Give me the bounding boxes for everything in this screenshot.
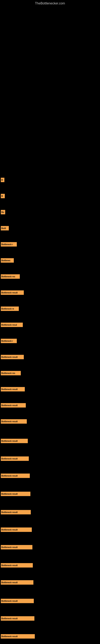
bar-label-4: Bottl (1, 227, 6, 230)
bar-row-8: Bottleneck result (1, 290, 24, 296)
bar-row-7: Bottleneck res (1, 274, 20, 279)
chart-area (0, 6, 100, 179)
bar-row-11: Bottleneck r (1, 338, 17, 344)
bar-row-26: Bottleneck result (1, 598, 34, 604)
bar-fill-12: Bottleneck result (1, 355, 24, 359)
bar-row-1: B (1, 177, 4, 183)
bar-label-26: Bottleneck result (1, 600, 18, 602)
bar-label-12: Bottleneck result (1, 356, 18, 358)
bar-fill-6: Bottlenec (1, 258, 14, 263)
site-title: TheBottlenecker.com (0, 0, 100, 6)
bar-label-18: Bottleneck result (1, 458, 18, 460)
bar-fill-5: Bottleneck r (1, 242, 17, 246)
bar-fill-27: Bottleneck result (1, 616, 34, 621)
bar-label-16: Bottleneck result (1, 420, 18, 422)
bar-label-2: B (1, 195, 3, 197)
bar-fill-9: Bottleneck re (1, 306, 19, 311)
bar-fill-19: Bottleneck result (1, 474, 30, 478)
bar-row-10: Bottleneck resul (1, 322, 23, 328)
bar-label-25: Bottleneck result (1, 582, 18, 584)
bar-row-12: Bottleneck result (1, 354, 24, 360)
bar-fill-13: Bottleneck res (1, 371, 21, 375)
bar-fill-21: Bottleneck result (1, 510, 31, 514)
bar-fill-24: Bottleneck result (1, 563, 33, 568)
bar-fill-1: B (1, 178, 4, 182)
bar-label-24: Bottleneck result (1, 564, 18, 566)
bar-label-15: Bottleneck result (1, 404, 18, 406)
bar-label-7: Bottleneck res (1, 276, 15, 278)
bar-label-1: B (1, 179, 3, 181)
bar-fill-23: Bottleneck result (1, 545, 32, 550)
bar-label-6: Bottlenec (1, 260, 11, 262)
bar-row-6: Bottlenec (1, 258, 14, 263)
bar-row-16: Bottleneck result (1, 418, 27, 424)
bar-row-2: B (1, 193, 5, 199)
bar-label-17: Bottleneck result (1, 440, 18, 442)
bar-label-13: Bottleneck res (1, 372, 15, 374)
bar-row-23: Bottleneck result (1, 544, 32, 550)
bar-label-5: Bottleneck r (1, 243, 13, 246)
bar-label-10: Bottleneck resul (1, 324, 17, 326)
bar-row-18: Bottleneck result (1, 456, 29, 462)
bar-row-22: Bottleneck result (1, 527, 32, 532)
bar-row-27: Bottleneck result (1, 616, 34, 621)
bar-label-19: Bottleneck result (1, 475, 18, 477)
bar-row-13: Bottleneck res (1, 370, 21, 376)
bar-fill-28: Bottleneck result (1, 634, 35, 638)
bar-row-15: Bottleneck result (1, 402, 26, 408)
bar-label-27: Bottleneck result (1, 618, 18, 620)
bar-fill-26: Bottleneck result (1, 599, 34, 603)
bar-fill-15: Bottleneck result (1, 403, 26, 408)
bar-fill-25: Bottleneck result (1, 580, 33, 585)
bar-fill-14: Bottleneck result (1, 387, 25, 392)
bar-label-28: Bottleneck result (1, 635, 18, 638)
bar-label-9: Bottleneck re (1, 308, 14, 310)
bar-fill-17: Bottleneck result (1, 439, 28, 443)
bar-row-14: Bottleneck result (1, 386, 25, 392)
bar-fill-2: B (1, 194, 5, 198)
bar-row-17: Bottleneck result (1, 438, 28, 444)
bar-row-25: Bottleneck result (1, 580, 33, 585)
bar-row-3: Bo (1, 209, 5, 215)
bar-row-24: Bottleneck result (1, 562, 33, 568)
bar-row-28: Bottleneck result (1, 634, 35, 639)
bar-label-14: Bottleneck result (1, 388, 18, 390)
bar-label-20: Bottleneck result (1, 493, 18, 495)
bar-row-9: Bottleneck re (1, 306, 19, 312)
bar-fill-16: Bottleneck result (1, 419, 27, 424)
bar-label-8: Bottleneck result (1, 292, 18, 294)
bar-label-22: Bottleneck result (1, 529, 18, 531)
bar-label-23: Bottleneck result (1, 546, 18, 548)
bar-label-3: Bo (1, 211, 4, 213)
bar-label-21: Bottleneck result (1, 511, 18, 514)
page-wrapper: TheBottlenecker.com BBBoBottlBottleneck … (0, 0, 100, 644)
bar-fill-22: Bottleneck result (1, 528, 32, 532)
bar-fill-10: Bottleneck resul (1, 322, 23, 327)
bar-fill-11: Bottleneck r (1, 339, 17, 343)
bar-row-5: Bottleneck r (1, 242, 17, 247)
bar-row-21: Bottleneck result (1, 509, 31, 515)
bar-fill-4: Bottl (1, 226, 9, 230)
bar-fill-7: Bottleneck res (1, 274, 20, 279)
bar-row-19: Bottleneck result (1, 473, 30, 478)
bar-row-4: Bottl (1, 226, 9, 231)
bar-label-11: Bottleneck r (1, 340, 13, 342)
bar-fill-18: Bottleneck result (1, 456, 29, 461)
bar-fill-3: Bo (1, 210, 5, 214)
bar-row-20: Bottleneck result (1, 491, 30, 497)
bar-fill-20: Bottleneck result (1, 492, 30, 496)
bar-fill-8: Bottleneck result (1, 290, 24, 295)
